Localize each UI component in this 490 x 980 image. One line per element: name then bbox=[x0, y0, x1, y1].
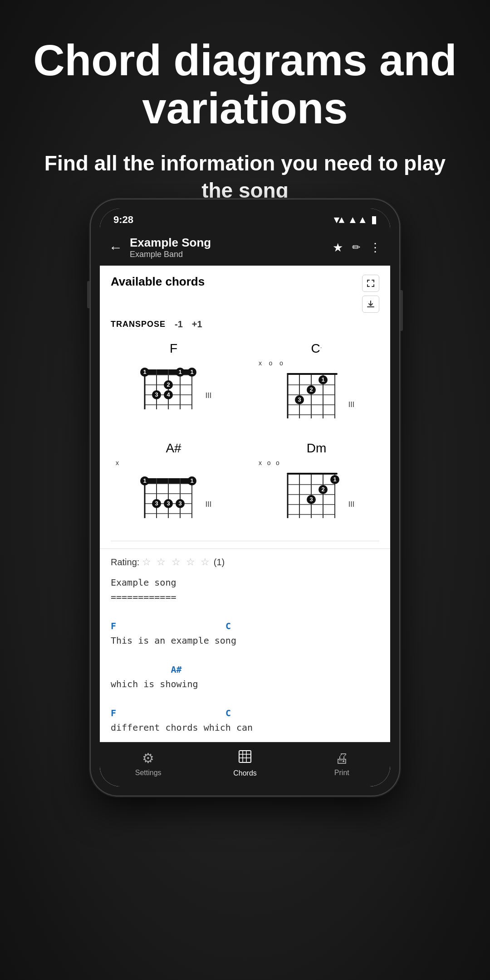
transpose-row: TRANSPOSE -1 +1 bbox=[100, 317, 390, 337]
svg-text:1: 1 bbox=[143, 369, 146, 375]
header-action-icons: ★ ✏ ⋮ bbox=[333, 241, 381, 255]
fret-label-asharp: III bbox=[206, 500, 211, 509]
app-header: ← Example Song Example Band ★ ✏ ⋮ bbox=[100, 229, 390, 266]
rating-row: Rating: ☆ ☆ ☆ ☆ ☆ (1) bbox=[111, 556, 379, 568]
song-line-3: different chords which can bbox=[111, 720, 379, 735]
nav-label-chords: Chords bbox=[233, 769, 257, 777]
chord-wrapper-dm: 1 2 3 III bbox=[279, 468, 354, 527]
chord-line-3: F C bbox=[111, 706, 379, 720]
rating-count: (1) bbox=[214, 557, 225, 568]
svg-text:3: 3 bbox=[167, 500, 170, 507]
song-content: Rating: ☆ ☆ ☆ ☆ ☆ (1) Example song =====… bbox=[100, 548, 390, 742]
chord-diagram-asharp[interactable]: A# x bbox=[104, 437, 243, 532]
chord-diagram-c[interactable]: C. x o o bbox=[247, 337, 386, 432]
chord-asharp-1[interactable]: A# bbox=[171, 664, 181, 675]
chord-c-1[interactable]: C bbox=[225, 621, 231, 631]
chords-grid: F bbox=[100, 337, 390, 541]
c-open-strings: x o o bbox=[250, 359, 283, 367]
fret-label-dm: III bbox=[348, 500, 354, 509]
chord-name-c: C. bbox=[311, 341, 322, 356]
svg-rect-0 bbox=[144, 369, 195, 375]
content-area: Available chords bbox=[100, 266, 390, 786]
phone-screen: 9:28 ▾▴ ▲▲ ▮ ← Example Song Example Band… bbox=[100, 209, 390, 786]
signal-icon: ▲▲ bbox=[348, 214, 368, 226]
svg-text:1: 1 bbox=[178, 369, 181, 375]
download-button[interactable] bbox=[362, 296, 379, 313]
edit-button[interactable]: ✏ bbox=[352, 242, 360, 253]
asharp-open-strings: x bbox=[107, 459, 119, 466]
status-time: 9:28 bbox=[113, 214, 133, 226]
svg-rect-40 bbox=[144, 478, 195, 484]
chord-f-1[interactable]: F bbox=[111, 621, 116, 631]
chord-line-1: F C bbox=[111, 619, 379, 633]
chord-diagram-f[interactable]: F bbox=[104, 337, 243, 432]
rating-label: Rating: bbox=[111, 557, 139, 568]
nav-label-print: Print bbox=[334, 769, 349, 777]
svg-text:3: 3 bbox=[298, 396, 301, 403]
chord-svg-c: 1 2 3 bbox=[279, 369, 347, 427]
more-button[interactable]: ⋮ bbox=[369, 241, 381, 255]
chord-svg-asharp: 1 1 3 3 3 bbox=[136, 468, 204, 527]
nav-label-settings: Settings bbox=[135, 769, 162, 777]
chord-f-2[interactable]: F bbox=[111, 708, 116, 718]
chord-name-f: F bbox=[170, 341, 177, 356]
chord-name-asharp: A# bbox=[166, 441, 181, 456]
chord-c-2[interactable]: C bbox=[225, 708, 231, 718]
song-title: Example Song bbox=[130, 236, 325, 250]
phone-mockup: 9:28 ▾▴ ▲▲ ▮ ← Example Song Example Band… bbox=[91, 199, 399, 796]
settings-icon: ⚙ bbox=[142, 750, 154, 766]
svg-text:3: 3 bbox=[309, 496, 313, 503]
nav-item-chords[interactable]: Chords bbox=[196, 750, 293, 777]
chord-wrapper-f: 1 1 1 2 bbox=[136, 359, 211, 418]
available-chords-label: Available chords bbox=[111, 275, 205, 289]
svg-text:2: 2 bbox=[321, 486, 324, 493]
content-action-icons bbox=[362, 275, 379, 313]
chord-wrapper-asharp: 1 1 3 3 3 III bbox=[136, 468, 211, 527]
content-header: Available chords bbox=[100, 266, 390, 317]
svg-text:1: 1 bbox=[190, 477, 193, 484]
rating-stars[interactable]: ☆ ☆ ☆ ☆ ☆ bbox=[142, 556, 211, 568]
svg-text:1: 1 bbox=[333, 476, 336, 483]
hero-section: Chord diagrams and variations Find all t… bbox=[0, 0, 490, 223]
status-bar: 9:28 ▾▴ ▲▲ ▮ bbox=[100, 209, 390, 229]
battery-icon: ▮ bbox=[371, 214, 377, 226]
bottom-nav: ⚙ Settings Ch bbox=[100, 742, 390, 786]
status-icons: ▾▴ ▲▲ ▮ bbox=[334, 214, 377, 226]
svg-rect-78 bbox=[239, 751, 251, 762]
hero-subtitle: Find all the information you need to pla… bbox=[27, 150, 463, 204]
song-lyrics: Example song ============ F C This is an… bbox=[111, 575, 379, 735]
fullscreen-button[interactable] bbox=[362, 275, 379, 292]
hero-title: Chord diagrams and variations bbox=[27, 36, 463, 132]
fret-label-f: III bbox=[206, 392, 211, 400]
chord-svg-f: 1 1 1 2 bbox=[136, 359, 204, 418]
song-divider-text: ============ bbox=[111, 590, 379, 604]
svg-text:3: 3 bbox=[155, 391, 158, 398]
chord-name-dm: Dm bbox=[307, 441, 327, 456]
svg-text:4: 4 bbox=[167, 391, 170, 398]
chord-svg-dm: 1 2 3 bbox=[279, 468, 347, 527]
svg-text:3: 3 bbox=[155, 500, 158, 507]
chord-diagram-dm[interactable]: Dm x o o bbox=[247, 437, 386, 532]
svg-text:2: 2 bbox=[167, 381, 170, 388]
svg-text:2: 2 bbox=[309, 386, 313, 393]
song-line-1: This is an example song bbox=[111, 633, 379, 648]
song-title-text: Example song bbox=[111, 575, 379, 590]
volume-button bbox=[87, 281, 90, 308]
svg-rect-23 bbox=[287, 373, 338, 375]
chord-wrapper-c: 1 2 3 III bbox=[279, 369, 354, 427]
transpose-minus-button[interactable]: -1 bbox=[175, 319, 183, 330]
print-icon: 🖨 bbox=[335, 751, 348, 766]
svg-text:1: 1 bbox=[321, 376, 324, 383]
nav-item-settings[interactable]: ⚙ Settings bbox=[100, 750, 196, 777]
band-name: Example Band bbox=[130, 250, 325, 259]
divider bbox=[111, 541, 379, 541]
favorite-button[interactable]: ★ bbox=[333, 241, 343, 255]
svg-rect-61 bbox=[287, 473, 338, 475]
transpose-plus-button[interactable]: +1 bbox=[192, 319, 202, 330]
back-button[interactable]: ← bbox=[109, 240, 122, 255]
nav-item-print[interactable]: 🖨 Print bbox=[294, 751, 390, 777]
transpose-label: TRANSPOSE bbox=[111, 320, 166, 329]
svg-text:3: 3 bbox=[178, 500, 181, 507]
song-line-2: which is showing bbox=[111, 677, 379, 691]
dm-open-strings: x o o bbox=[250, 459, 279, 466]
